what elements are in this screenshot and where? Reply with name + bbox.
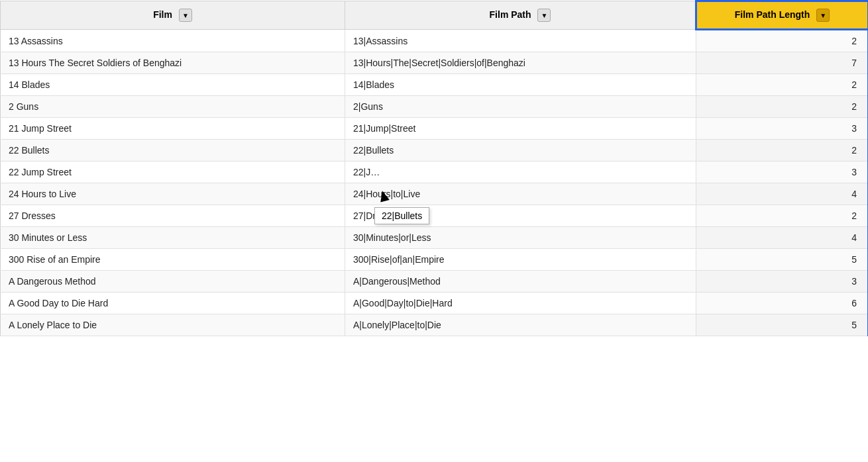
film-path-length-cell: 2 — [696, 74, 869, 96]
film-path-filter-button[interactable]: ▼ — [537, 9, 551, 22]
film-cell: 22 Jump Street — [1, 162, 345, 183]
film-path-length-cell: 2 — [696, 96, 869, 118]
film-cell: 14 Blades — [1, 74, 345, 96]
film-filter-button[interactable]: ▼ — [179, 9, 192, 22]
film-cell: A Lonely Place to Die — [1, 314, 345, 336]
table-row: 30 Minutes or Less30|Minutes|or|Less4 — [1, 227, 869, 249]
film-path-cell: A|Lonely|Place|to|Die — [345, 314, 696, 336]
film-cell: 2 Guns — [1, 96, 345, 118]
film-path-length-cell: 2 — [696, 30, 869, 52]
table-row: 13 Assassins13|Assassins2 — [1, 30, 869, 52]
film-path-length-cell: 4 — [696, 183, 869, 205]
film-path-cell: 22|Bullets — [345, 140, 696, 162]
film-path-length-cell: 5 — [696, 249, 869, 271]
data-table: Film ▼ Film Path ▼ Film Path Length ▼ 13… — [0, 0, 868, 336]
film-path-cell: 27|Dresses — [345, 205, 696, 227]
film-path-cell: 24|Hours|to|Live — [345, 183, 696, 205]
table-row: 300 Rise of an Empire300|Rise|of|an|Empi… — [1, 249, 869, 271]
film-column-header: Film ▼ — [1, 1, 345, 30]
film-cell: 13 Hours The Secret Soldiers of Benghazi — [1, 52, 345, 74]
film-path-length-cell: 4 — [696, 227, 869, 249]
film-column-label: Film — [153, 9, 172, 20]
film-path-length-cell: 7 — [696, 52, 869, 74]
table-row: 13 Hours The Secret Soldiers of Benghazi… — [1, 52, 869, 74]
film-cell: 21 Jump Street — [1, 118, 345, 140]
film-path-length-column-header: Film Path Length ▼ — [696, 1, 869, 30]
table-row: 24 Hours to Live24|Hours|to|Live4 — [1, 183, 869, 205]
film-path-length-cell: 3 — [696, 162, 869, 183]
table-row: 27 Dresses27|Dresses2 — [1, 205, 869, 227]
film-path-length-cell: 6 — [696, 293, 869, 314]
film-cell: A Good Day to Die Hard — [1, 293, 345, 314]
film-path-cell: 13|Assassins — [345, 30, 696, 52]
film-path-length-cell: 2 — [696, 140, 869, 162]
film-cell: 27 Dresses — [1, 205, 345, 227]
film-cell: A Dangerous Method — [1, 271, 345, 293]
film-path-length-cell: 3 — [696, 271, 869, 293]
film-path-cell: 22|J… — [345, 162, 696, 183]
film-cell: 22 Bullets — [1, 140, 345, 162]
table-row: 21 Jump Street21|Jump|Street3 — [1, 118, 869, 140]
film-path-cell: 30|Minutes|or|Less — [345, 227, 696, 249]
table-row: 14 Blades14|Blades2 — [1, 74, 869, 96]
film-path-length-cell: 3 — [696, 118, 869, 140]
film-path-column-header: Film Path ▼ — [345, 1, 696, 30]
film-path-column-label: Film Path — [490, 9, 531, 20]
film-path-length-filter-button[interactable]: ▼ — [816, 9, 830, 22]
film-path-cell: 21|Jump|Street — [345, 118, 696, 140]
film-path-cell: 300|Rise|of|an|Empire — [345, 249, 696, 271]
film-cell: 300 Rise of an Empire — [1, 249, 345, 271]
table-row: 22 Jump Street22|J…3 — [1, 162, 869, 183]
film-cell: 30 Minutes or Less — [1, 227, 345, 249]
film-path-cell: A|Dangerous|Method — [345, 271, 696, 293]
film-path-length-cell: 2 — [696, 205, 869, 227]
film-cell: 24 Hours to Live — [1, 183, 345, 205]
film-path-cell: A|Good|Day|to|Die|Hard — [345, 293, 696, 314]
table-row: A Lonely Place to DieA|Lonely|Place|to|D… — [1, 314, 869, 336]
table-container: Film ▼ Film Path ▼ Film Path Length ▼ 13… — [0, 0, 868, 462]
film-path-length-cell: 5 — [696, 314, 869, 336]
film-path-length-column-label: Film Path Length — [735, 9, 810, 20]
film-path-cell: 2|Guns — [345, 96, 696, 118]
table-row: A Dangerous MethodA|Dangerous|Method3 — [1, 271, 869, 293]
film-cell: 13 Assassins — [1, 30, 345, 52]
table-row: 22 Bullets22|Bullets2 — [1, 140, 869, 162]
table-row: A Good Day to Die HardA|Good|Day|to|Die|… — [1, 293, 869, 314]
film-path-cell: 14|Blades — [345, 74, 696, 96]
film-path-cell: 13|Hours|The|Secret|Soldiers|of|Benghazi — [345, 52, 696, 74]
table-row: 2 Guns2|Guns2 — [1, 96, 869, 118]
